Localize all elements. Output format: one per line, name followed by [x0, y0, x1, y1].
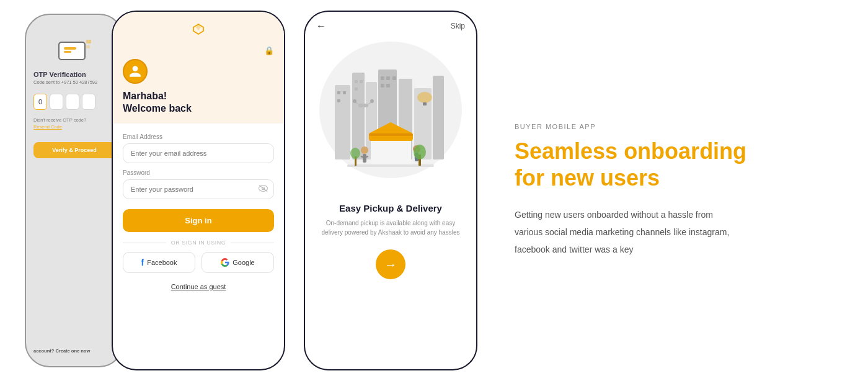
main-heading: Seamless onboarding for new users	[515, 138, 843, 191]
svg-rect-18	[337, 99, 340, 102]
svg-rect-16	[337, 91, 340, 94]
svg-rect-23	[386, 76, 390, 80]
city-illustration	[322, 48, 459, 184]
otp-box-4[interactable]	[82, 94, 95, 110]
resend-question: Didn't receive OTP code?	[33, 117, 86, 123]
svg-rect-3	[86, 40, 91, 43]
google-label: Google	[232, 259, 254, 266]
top-bar: ← Skip	[305, 12, 476, 35]
feature-description: On-demand pickup is available along with…	[317, 218, 464, 237]
no-account-text: account? Create one now	[33, 348, 90, 354]
right-section: BUYER MOBILE APP Seamless onboarding for…	[477, 123, 843, 258]
next-button[interactable]: →	[376, 249, 405, 279]
email-input[interactable]	[123, 143, 274, 163]
svg-rect-43	[423, 102, 427, 105]
otp-inputs: 0	[33, 94, 95, 110]
avatar	[123, 59, 148, 84]
login-body: Email Address Password Sign in OR SIGN I…	[113, 123, 284, 299]
svg-rect-21	[355, 87, 358, 91]
svg-point-47	[353, 99, 356, 103]
description-text: Getting new users onboarded without a ha…	[515, 206, 738, 258]
phone-login-frame: 🔒 Marhaba! Welcome back Email Address Pa…	[112, 11, 285, 370]
svg-rect-2	[64, 51, 71, 53]
google-button[interactable]: Google	[202, 252, 274, 273]
password-input[interactable]	[123, 179, 274, 199]
create-now-link[interactable]: Create one now	[55, 348, 90, 354]
otp-subtitle: Code sent to +971 50 4287592	[33, 79, 97, 85]
svg-rect-30	[369, 133, 413, 136]
svg-rect-9	[335, 85, 350, 159]
svg-point-41	[350, 148, 360, 159]
phone-pickup-frame: ← Skip	[304, 11, 477, 370]
svg-rect-22	[381, 76, 384, 80]
svg-rect-17	[343, 91, 346, 94]
svg-rect-20	[360, 80, 363, 83]
otp-box-1[interactable]: 0	[33, 94, 47, 110]
otp-box-3[interactable]	[66, 94, 79, 110]
facebook-icon: f	[141, 258, 144, 267]
svg-rect-33	[363, 154, 366, 163]
svg-point-42	[417, 92, 432, 103]
eye-toggle-icon[interactable]	[259, 185, 268, 194]
svg-rect-26	[386, 84, 390, 87]
skip-button[interactable]: Skip	[451, 22, 465, 30]
buyer-label: BUYER MOBILE APP	[515, 123, 843, 130]
svg-point-32	[361, 146, 368, 154]
welcome-title: Marhaba! Welcome back	[123, 90, 192, 115]
svg-rect-4	[86, 45, 90, 48]
sign-in-button[interactable]: Sign in	[123, 209, 274, 232]
svg-rect-19	[355, 80, 358, 83]
next-arrow-icon: →	[384, 258, 397, 272]
svg-rect-25	[381, 84, 384, 87]
resend-link[interactable]: Resend Code	[33, 124, 62, 130]
svg-point-48	[370, 99, 374, 103]
otp-box-2[interactable]	[50, 94, 63, 110]
illustration-area	[305, 35, 476, 197]
email-label: Email Address	[123, 133, 274, 140]
page-wrapper: OTP Verification Code sent to +971 50 42…	[0, 0, 868, 381]
svg-rect-0	[59, 42, 85, 60]
feature-title: Easy Pickup & Delivery	[317, 203, 464, 213]
facebook-button[interactable]: f Facebook	[123, 252, 195, 273]
social-buttons: f Facebook Google	[123, 252, 274, 273]
password-label: Password	[123, 169, 274, 176]
svg-rect-44	[358, 104, 368, 107]
back-arrow-icon[interactable]: ←	[316, 20, 326, 32]
or-text: OR SIGN IN USING	[171, 240, 226, 246]
or-divider: OR SIGN IN USING	[123, 240, 274, 246]
continue-guest-link[interactable]: Continue as guest	[123, 283, 274, 290]
svg-rect-1	[64, 47, 76, 50]
lock-icon: 🔒	[264, 46, 274, 55]
svg-rect-15	[433, 76, 444, 159]
verify-proceed-button[interactable]: Verify & Proceed	[33, 142, 115, 158]
gem-icon	[192, 23, 205, 38]
phone-message-icon	[58, 40, 92, 63]
login-header: 🔒 Marhaba! Welcome back	[113, 12, 284, 123]
password-wrapper	[123, 179, 274, 199]
otp-title: OTP Verification	[33, 71, 86, 78]
google-icon	[221, 258, 229, 267]
svg-rect-27	[371, 138, 411, 166]
phone-otp-frame: OTP Verification Code sent to +971 50 42…	[25, 14, 124, 367]
svg-rect-24	[392, 76, 396, 80]
facebook-label: Facebook	[147, 259, 177, 266]
svg-rect-10	[352, 73, 365, 159]
svg-point-39	[414, 145, 426, 159]
feature-body: Easy Pickup & Delivery On-demand pickup …	[305, 197, 476, 289]
